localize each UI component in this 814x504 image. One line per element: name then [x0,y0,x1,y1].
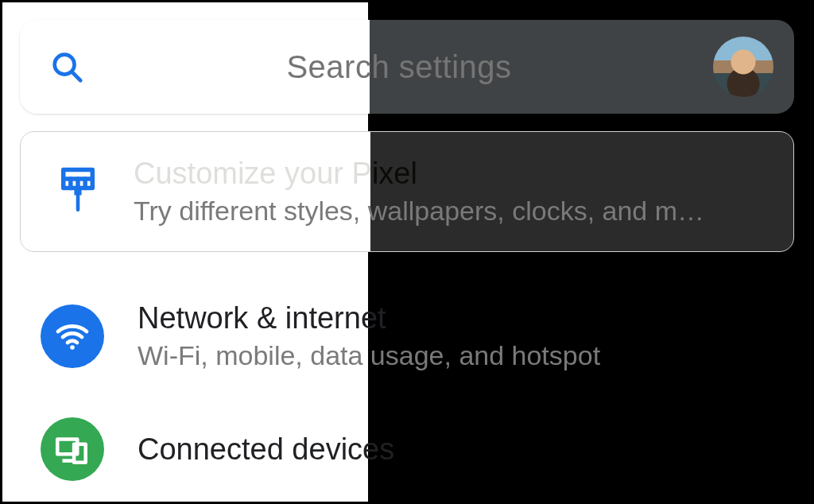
settings-item-connected-devices[interactable]: Connected devices [20,417,794,481]
search-placeholder: Search settings [85,49,713,85]
customize-title: Customize your Pixel [134,157,704,191]
customize-pixel-card[interactable]: Customize your Pixel Try different style… [20,131,794,252]
network-subtitle: Wi-Fi, mobile, data usage, and hotspot [138,340,600,371]
wifi-icon [41,304,104,368]
avatar[interactable] [713,37,773,97]
devices-icon [41,417,104,481]
svg-rect-5 [74,444,86,463]
customize-subtitle: Try different styles, wallpapers, clocks… [134,196,704,227]
svg-point-3 [70,345,75,350]
paintbrush-icon [56,166,100,217]
search-icon [48,48,85,85]
svg-line-1 [72,72,81,81]
search-bar[interactable]: Search settings [20,20,794,114]
settings-item-network[interactable]: Network & internet Wi-Fi, mobile, data u… [20,301,794,371]
network-title: Network & internet [138,301,600,335]
connected-devices-title: Connected devices [138,432,394,467]
